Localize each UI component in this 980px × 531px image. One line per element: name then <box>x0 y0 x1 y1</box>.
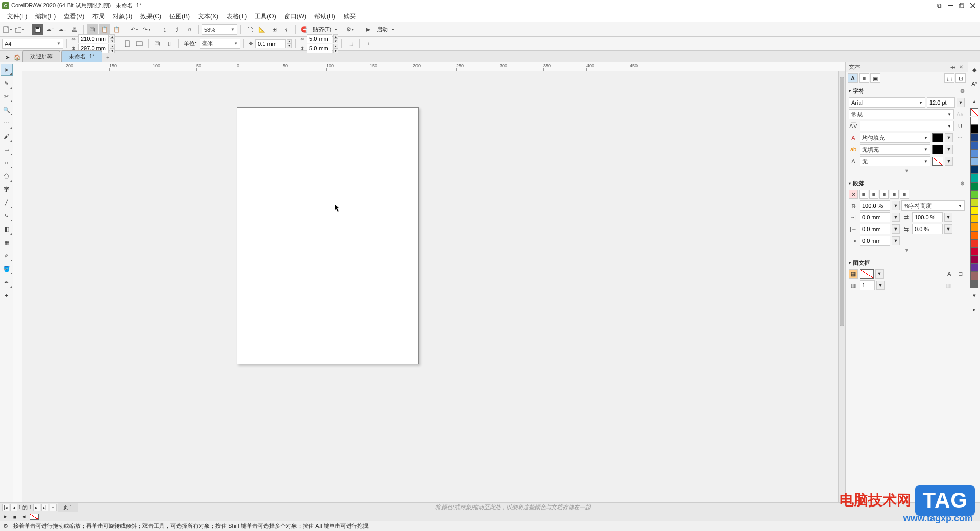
window-extra-icon[interactable]: ⧉ <box>934 2 944 10</box>
home-tab-icon[interactable]: 🏠 <box>12 53 22 62</box>
palette-flyout[interactable]: ▸ <box>968 303 980 315</box>
menu-tools[interactable]: 工具(O) <box>251 11 280 22</box>
fill-tool[interactable]: 🪣 <box>1 263 13 275</box>
color-swatch[interactable] <box>970 256 978 264</box>
docker-collapse-icon[interactable]: ◂◂ <box>949 64 957 71</box>
nudge-up[interactable]: ▲ <box>287 39 292 44</box>
outline-tool[interactable]: ✒ <box>1 276 13 288</box>
color-swatch[interactable] <box>970 182 978 190</box>
col-spin[interactable]: ▼ <box>876 281 885 290</box>
pick-tool-tab-icon[interactable]: ➤ <box>2 53 12 62</box>
align-none-button[interactable]: ✕ <box>849 190 858 199</box>
fullscreen-button[interactable]: ⛶ <box>244 24 255 35</box>
horizontal-ruler[interactable]: 20015010050050100150200250300350400450 <box>22 62 845 71</box>
connector-tool[interactable]: ⤷ <box>1 210 13 222</box>
snap-icon[interactable]: 🧲 <box>299 24 310 35</box>
undo-button[interactable]: ↶▼ <box>129 24 140 35</box>
prev-page-button[interactable]: ◂ <box>10 504 17 511</box>
color-swatch[interactable] <box>970 272 978 280</box>
line-spacing-unit-dropdown[interactable]: %字符高度▼ <box>901 200 965 211</box>
publish-button[interactable]: ⎙ <box>184 24 195 35</box>
color-swatch[interactable] <box>970 223 978 231</box>
align-right-button[interactable]: ≡ <box>879 190 889 199</box>
canvas[interactable] <box>22 71 845 502</box>
indent-first-input[interactable] <box>860 236 890 246</box>
line-spacing-input[interactable] <box>860 200 890 211</box>
color-swatch[interactable] <box>970 141 978 149</box>
vertical-guide[interactable] <box>336 71 336 502</box>
frame-columns-icon[interactable]: ⊟ <box>955 269 965 279</box>
color-swatch[interactable] <box>970 166 978 174</box>
dupy-up[interactable]: ▲ <box>333 44 338 48</box>
launch-dropdown[interactable]: ▼ <box>391 28 395 31</box>
outline-color-dd[interactable]: ▼ <box>945 157 953 166</box>
outline-type-dropdown[interactable]: 无▼ <box>860 156 930 166</box>
docker-close-icon[interactable]: ✕ <box>958 64 965 71</box>
fill-color-dd[interactable]: ▼ <box>945 133 953 142</box>
dup-x-input[interactable] <box>307 34 332 43</box>
units-dropdown[interactable]: 毫米▼ <box>200 39 240 49</box>
current-page-button[interactable]: ▯ <box>164 38 175 49</box>
close-button[interactable] <box>968 2 978 10</box>
add-page-button[interactable]: + <box>50 504 57 511</box>
transparency-tool[interactable]: ▦ <box>1 236 13 248</box>
add-preset-button[interactable]: + <box>363 38 374 49</box>
status-gear-icon[interactable]: ⚙ <box>3 523 10 530</box>
new-button[interactable]: ▼ <box>2 24 13 35</box>
height-up[interactable]: ▲ <box>110 44 115 48</box>
rulers-button[interactable]: 📐 <box>256 24 267 35</box>
rectangle-tool[interactable]: ▭ <box>1 143 13 156</box>
ellipse-tool[interactable]: ○ <box>1 157 13 169</box>
fill-more-icon[interactable]: ⋯ <box>954 135 965 141</box>
docker-tab-objprops[interactable]: ◆ <box>968 64 980 76</box>
grid-button[interactable]: ⊞ <box>268 24 280 35</box>
frame-btn1[interactable]: ▦ <box>849 269 858 279</box>
bgfill-color-swatch[interactable] <box>932 145 943 154</box>
color-swatch[interactable] <box>970 149 978 158</box>
options-button[interactable]: ⚙▼ <box>345 24 356 35</box>
menu-bitmap[interactable]: 位图(B) <box>165 11 194 22</box>
color-swatch[interactable] <box>970 174 978 182</box>
char-spacing-input[interactable] <box>912 212 943 222</box>
page-tab-1[interactable]: 页 1 <box>58 503 78 512</box>
align-force-justify-button[interactable]: ≡ <box>900 190 909 199</box>
canvas-area[interactable]: 20015010050050100150200250300350400450 <box>13 62 845 502</box>
frame-tab[interactable]: ▣ <box>870 73 880 83</box>
dupx-up[interactable]: ▲ <box>333 34 338 39</box>
dupy-down[interactable]: ▼ <box>333 48 338 53</box>
char-section-header[interactable]: ▾字符⚙ <box>849 86 965 96</box>
if-spin[interactable]: ▼ <box>892 236 900 245</box>
maximize-button[interactable] <box>957 2 967 10</box>
vert-align-icon[interactable]: A̲ <box>945 269 954 279</box>
landscape-button[interactable] <box>134 38 145 49</box>
ci-stop[interactable]: ■ <box>11 513 18 520</box>
import-button[interactable]: ⤵ <box>159 24 170 35</box>
dup-y-input[interactable] <box>307 44 332 53</box>
word-spacing-input[interactable] <box>912 224 943 234</box>
no-color-swatch[interactable] <box>970 108 978 116</box>
il-spin[interactable]: ▼ <box>892 213 900 222</box>
zoom-tool[interactable]: 🔍 <box>1 104 13 116</box>
docker-opt2[interactable]: ⊡ <box>955 73 966 83</box>
crop-tool[interactable]: ✂ <box>1 90 13 103</box>
font-size-input[interactable] <box>927 97 955 108</box>
para-section-header[interactable]: ▾段落⚙ <box>849 179 965 188</box>
add-document-tab[interactable]: + <box>103 53 112 62</box>
first-page-button[interactable]: |◂ <box>2 504 9 511</box>
paste-button[interactable]: 📋 <box>99 24 110 35</box>
treat-as-filled-button[interactable]: ⬚ <box>345 38 356 49</box>
color-swatch[interactable] <box>970 231 978 239</box>
menu-effects[interactable]: 效果(C) <box>136 11 165 22</box>
kerning-dropdown[interactable]: ▼ <box>860 121 954 131</box>
open-button[interactable]: ▼ <box>14 24 26 35</box>
color-swatch[interactable] <box>970 280 978 288</box>
ir-spin[interactable]: ▼ <box>892 224 900 234</box>
launch-icon[interactable]: ▶ <box>362 24 374 35</box>
char-gear-icon[interactable]: ⚙ <box>960 88 965 94</box>
ws-spin[interactable]: ▼ <box>944 224 952 234</box>
minimize-button[interactable] <box>945 2 955 10</box>
char-tab[interactable]: A <box>848 73 858 83</box>
menu-table[interactable]: 表格(T) <box>223 11 251 22</box>
menu-buy[interactable]: 购买 <box>339 11 360 22</box>
width-up[interactable]: ▲ <box>110 34 115 39</box>
